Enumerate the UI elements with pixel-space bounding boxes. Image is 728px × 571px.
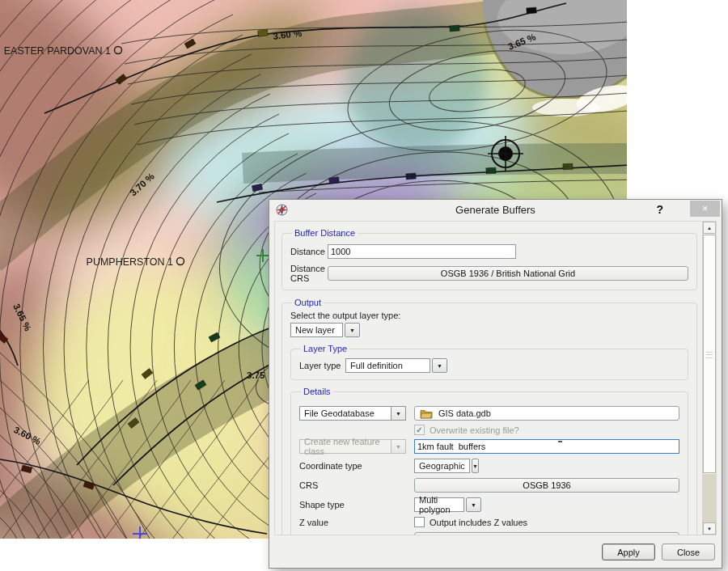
geodatabase-file-value: GIS data.gdb (438, 408, 491, 418)
overwrite-checkbox[interactable]: ✓ (414, 425, 425, 435)
chevron-down-icon: ▼ (391, 439, 406, 454)
buffer-distance-legend: Buffer Distance (292, 228, 358, 238)
attribute-definition-button[interactable]: Attribute Definition (414, 532, 679, 535)
coordinate-type-value: Geographic (414, 459, 470, 473)
vertical-scrollbar[interactable]: ▲ ▼ (702, 222, 716, 535)
output-layer-type-value: New layer (290, 323, 343, 337)
chevron-down-icon[interactable]: ▼ (391, 406, 406, 421)
distance-label: Distance (290, 247, 328, 256)
layer-type-value: Full definition (345, 358, 430, 373)
details-legend: Details (301, 387, 333, 396)
feature-name-input[interactable] (414, 439, 679, 454)
crs-label: CRS (299, 480, 414, 490)
z-value-label: Z value (299, 518, 414, 527)
layer-type-combo[interactable]: Full definition ▼ (345, 358, 447, 373)
feature-class-value: Create new feature class (299, 439, 392, 454)
chevron-down-icon[interactable]: ▼ (432, 358, 447, 373)
contour-label: 3.75 (247, 370, 265, 380)
well-pumpherston: PUMPHERSTON 1 (87, 256, 184, 268)
dialog-titlebar[interactable]: Generate Buffers ? × (269, 200, 722, 220)
scrollbar-grip (706, 352, 713, 358)
apply-button[interactable]: Apply (602, 544, 655, 560)
storage-type-combo[interactable]: File Geodatabase ▼ (299, 406, 406, 421)
buffer-distance-group: Buffer Distance Distance Distance CRS OS… (281, 228, 697, 290)
distance-crs-label: Distance CRS (290, 264, 328, 283)
shape-type-combo[interactable]: Multi polygon ▼ (414, 497, 481, 512)
folder-icon[interactable] (420, 408, 433, 419)
dialog-scroll-area: Buffer Distance Distance Distance CRS OS… (275, 222, 702, 535)
overwrite-label: Overwrite existing file? (430, 425, 519, 435)
z-value-checkbox-label: Output includes Z values (430, 518, 527, 527)
dialog-buttons: Apply Close (602, 544, 715, 560)
scrollbar-track[interactable] (703, 474, 716, 522)
shape-type-label: Shape type (299, 500, 414, 510)
details-group: Details File Geodatabase ▼ (290, 387, 688, 535)
generate-buffers-dialog: Generate Buffers ? × Buffer Distance Dis… (269, 199, 722, 569)
coordinate-type-combo[interactable]: Geographic ▼ (414, 459, 476, 473)
output-layer-type-label: Select the output layer type: (290, 311, 400, 320)
chevron-down-icon[interactable]: ▼ (466, 497, 481, 512)
chevron-down-icon[interactable]: ▼ (472, 459, 479, 473)
layer-type-label: Layer type (299, 361, 345, 370)
distance-crs-button[interactable]: OSGB 1936 / British National Grid (328, 266, 688, 281)
geodatabase-file-field[interactable]: GIS data.gdb (414, 406, 679, 421)
close-button[interactable]: × (690, 201, 720, 217)
well-label: EASTER PARDOVAN 1 (4, 45, 111, 57)
feature-class-combo: Create new feature class ▼ (299, 439, 406, 454)
output-group: Output Select the output layer type: New… (281, 298, 697, 535)
scrollbar-thumb[interactable] (703, 235, 716, 473)
layer-type-group: Layer Type Layer type Full definition ▼ (290, 344, 688, 380)
z-value-checkbox[interactable] (414, 517, 425, 527)
scroll-down-icon[interactable]: ▼ (703, 522, 716, 535)
layer-type-legend: Layer Type (301, 344, 349, 353)
app-compass-icon (276, 204, 288, 216)
dialog-content: Buffer Distance Distance Distance CRS OS… (274, 221, 717, 535)
coordinate-type-label: Coordinate type (299, 461, 414, 471)
close-dialog-button[interactable]: Close (662, 544, 715, 560)
output-layer-type-combo[interactable]: New layer ▼ (290, 323, 360, 337)
crs-button[interactable]: OSGB 1936 (414, 478, 679, 493)
storage-type-value: File Geodatabase (299, 406, 392, 421)
scroll-up-icon[interactable]: ▲ (703, 222, 716, 234)
well-easter-pardovan: EASTER PARDOVAN 1 (4, 45, 122, 57)
shape-type-value: Multi polygon (414, 497, 464, 512)
chevron-down-icon[interactable]: ▼ (345, 323, 360, 337)
well-label: PUMPHERSTON 1 (87, 256, 173, 268)
distance-input[interactable] (328, 244, 516, 259)
output-legend: Output (292, 298, 324, 307)
help-button[interactable]: ? (651, 202, 668, 217)
